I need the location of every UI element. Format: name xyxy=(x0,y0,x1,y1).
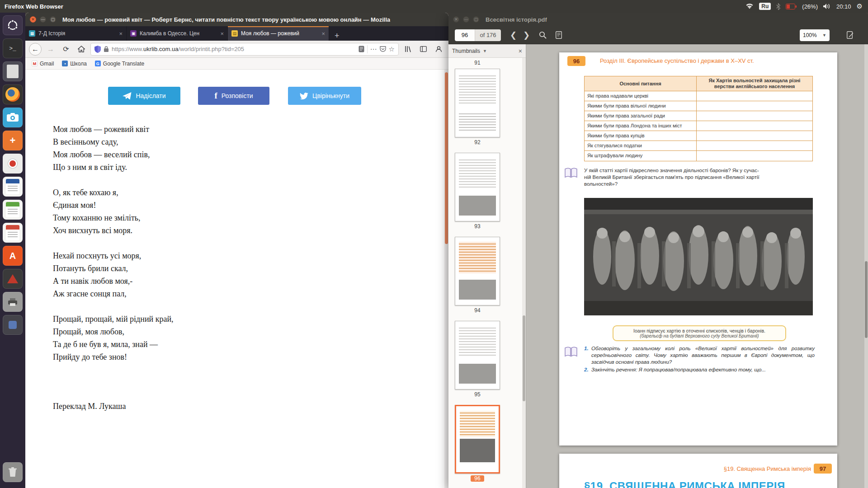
minimize-button[interactable]: — xyxy=(463,16,469,23)
account-icon[interactable] xyxy=(432,43,445,56)
thumbnail-page-92[interactable] xyxy=(455,69,500,137)
thumb-label-91: 91 xyxy=(455,60,500,66)
page-actions-icon[interactable]: ⋯ xyxy=(370,45,377,53)
tab-favicon: ▤ xyxy=(231,30,238,37)
camera-app-icon[interactable] xyxy=(3,108,23,127)
firefox-scrollbar-thumb[interactable] xyxy=(445,72,448,244)
terminal-icon[interactable]: >_ xyxy=(3,38,23,58)
battery-icon[interactable] xyxy=(786,4,797,9)
pdf-main-view: 96 Розділ III. Європейське суспільство і… xyxy=(526,44,868,488)
bookmark-gmail[interactable]: M Gmail xyxy=(32,61,54,67)
firefox-titlebar[interactable]: ✕ — ▢ Моя любов — рожевий квіт — Роберт … xyxy=(25,13,448,26)
pocket-icon[interactable] xyxy=(380,46,386,52)
back-button[interactable]: ← xyxy=(29,43,42,56)
libreoffice-impress-icon[interactable] xyxy=(3,223,23,243)
firefox-scrollbar[interactable] xyxy=(444,70,448,488)
facebook-share-button[interactable]: f Розповісти xyxy=(198,87,269,105)
reader-mode-icon[interactable] xyxy=(359,46,364,52)
bookmark-label: Школа xyxy=(70,61,86,67)
thumbnail-page-94[interactable] xyxy=(455,237,500,305)
thumb-label-96: 96 xyxy=(455,475,500,482)
url-domain: ukrlib.com.ua xyxy=(143,46,178,52)
chevron-down-icon[interactable]: ▼ xyxy=(483,49,487,53)
library-icon[interactable] xyxy=(401,43,414,56)
bookmark-label: Gmail xyxy=(40,61,54,67)
table-answer-cell xyxy=(697,121,812,131)
keyboard-layout-indicator[interactable]: Ru xyxy=(759,3,771,10)
tab-history-class[interactable]: ▦ 7-Д Історія × xyxy=(25,26,127,41)
navigation-toolbar: ← → ⟳ https://www.ukrlib.com.ua/world/pr… xyxy=(25,41,448,58)
minimize-button[interactable]: — xyxy=(40,16,46,23)
page-number-badge: 96 xyxy=(567,56,585,66)
next-page-button[interactable]: ❯ xyxy=(523,30,530,40)
libreoffice-calc-icon[interactable] xyxy=(3,200,23,220)
bookmark-star-icon[interactable]: ☆ xyxy=(389,45,395,53)
edit-annotation-icon[interactable] xyxy=(847,31,854,39)
table-row: Якими були права купців xyxy=(585,131,812,141)
close-button[interactable]: ✕ xyxy=(453,16,459,23)
trash-icon[interactable] xyxy=(3,462,23,482)
ubuntu-software-icon[interactable]: A xyxy=(3,246,23,266)
page-number-input[interactable]: 96 xyxy=(455,29,475,41)
firefox-icon[interactable] xyxy=(3,84,23,104)
thumbnail-page-93[interactable] xyxy=(455,153,500,221)
ubuntu-dash-button[interactable] xyxy=(3,15,23,35)
zoom-select[interactable]: 100% ▼ xyxy=(800,29,830,41)
gmail-icon: M xyxy=(32,61,38,66)
paint-app-icon[interactable] xyxy=(3,154,23,174)
telegram-icon xyxy=(123,92,132,100)
sidebar-close-icon[interactable]: × xyxy=(519,47,522,55)
telegram-share-button[interactable]: Надіслати xyxy=(108,87,180,105)
previous-page-button[interactable]: ❮ xyxy=(510,30,517,40)
reload-button[interactable]: ⟳ xyxy=(60,43,72,56)
sidebar-scrollbar-thumb[interactable] xyxy=(523,315,525,401)
forward-button[interactable]: → xyxy=(44,43,57,56)
bookmark-google-translate[interactable]: G Google Translate xyxy=(95,61,144,67)
new-tab-button[interactable]: + xyxy=(329,31,345,41)
tab-poem-active[interactable]: ▤ Моя любов — рожевий × xyxy=(228,26,329,41)
table-answer-cell xyxy=(697,101,812,111)
home-button[interactable] xyxy=(75,43,88,56)
questions-block: 1. Обговоріть у загальному колі роль «Ве… xyxy=(584,345,815,374)
pdf-scrollbar[interactable] xyxy=(864,44,868,488)
tab-close-icon[interactable]: × xyxy=(119,30,123,37)
maximize-button[interactable]: ▢ xyxy=(50,16,56,23)
system-tool-icon[interactable] xyxy=(3,315,23,335)
sidebar-header[interactable]: Thumbnails ▼ × xyxy=(448,44,526,58)
tracking-protection-shield-icon[interactable] xyxy=(94,46,101,53)
maximize-button[interactable]: ▢ xyxy=(473,16,479,23)
sidebar-scrollbar[interactable] xyxy=(522,58,526,488)
bluetooth-icon[interactable] xyxy=(776,3,780,10)
poem-stanza: Моя любов — рожевий квітВ весінньому сад… xyxy=(53,123,174,174)
libreoffice-writer-icon[interactable] xyxy=(3,177,23,197)
volume-icon[interactable] xyxy=(823,3,831,9)
twitter-icon xyxy=(300,93,308,99)
close-button[interactable]: ✕ xyxy=(30,16,36,23)
printer-tool-icon[interactable] xyxy=(3,292,23,312)
bookmark-school[interactable]: ▪ Школа xyxy=(62,61,86,67)
tab-close-icon[interactable]: × xyxy=(321,30,325,37)
ardour-icon[interactable] xyxy=(3,269,23,289)
text-editor-icon[interactable] xyxy=(3,61,23,81)
wifi-icon[interactable] xyxy=(745,3,754,9)
open-book-icon xyxy=(564,167,578,179)
search-icon[interactable] xyxy=(539,31,547,39)
annotations-icon[interactable] xyxy=(556,31,562,39)
thumbnail-page-96-selected[interactable] xyxy=(455,405,500,474)
thumbnail-page-95[interactable] xyxy=(455,321,500,389)
pdf-titlebar[interactable]: ✕ — ▢ Всесвітня історія.pdf xyxy=(448,13,868,26)
sidebar-title: Thumbnails xyxy=(452,48,480,54)
url-text[interactable]: https://www.ukrlib.com.ua/world/printit.… xyxy=(112,46,356,52)
system-tray: Ru (26%) 20:10 ⚙ xyxy=(745,2,868,10)
thumbnails-sidebar: Thumbnails ▼ × 91 92 93 94 95 96 xyxy=(448,44,526,488)
url-bar[interactable]: https://www.ukrlib.com.ua/world/printit.… xyxy=(90,43,399,56)
tab-kalimba[interactable]: ▣ Калимба в Одессе. Цен × xyxy=(127,26,228,41)
session-gear-icon[interactable]: ⚙ xyxy=(857,2,863,10)
sidebar-toggle-icon[interactable] xyxy=(417,43,429,56)
twitter-share-button[interactable]: Цвірінькнути xyxy=(288,87,361,105)
clock-label[interactable]: 20:10 xyxy=(836,3,851,10)
pdf-scrollbar-thumb[interactable] xyxy=(865,261,868,338)
software-center-icon[interactable]: + xyxy=(3,131,23,150)
tab-close-icon[interactable]: × xyxy=(220,30,224,37)
padlock-icon[interactable] xyxy=(104,46,109,52)
